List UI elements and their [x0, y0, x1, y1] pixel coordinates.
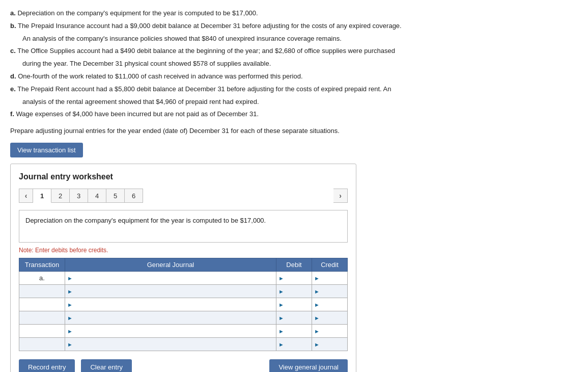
gj-cell-5[interactable]: ► — [65, 325, 276, 338]
credit-arrow-2: ► — [314, 288, 320, 295]
table-row: ► ► ► — [19, 338, 348, 351]
credit-input-4[interactable] — [321, 314, 345, 322]
debit-cell-2[interactable]: ► — [276, 285, 312, 298]
credit-input-1[interactable] — [321, 274, 345, 282]
col-debit: Debit — [276, 258, 312, 272]
table-row: ► ► ► — [19, 325, 348, 338]
problem-a-label: a. — [10, 9, 16, 17]
gj-cell-3[interactable]: ► — [65, 298, 276, 311]
debit-input-2[interactable] — [285, 287, 310, 295]
credit-arrow-4: ► — [314, 315, 320, 321]
description-box: Depreciation on the company's equipment … — [19, 210, 348, 243]
gj-input-3[interactable] — [74, 301, 274, 308]
arrow-indicator-2: ► — [67, 288, 73, 295]
prepare-text: Prepare adjusting journal entries for th… — [10, 127, 578, 135]
credit-input-2[interactable] — [321, 287, 345, 295]
problem-d-text: One-fourth of the work related to $11,00… — [18, 72, 302, 80]
worksheet-title: Journal entry worksheet — [19, 172, 348, 181]
debit-arrow-2: ► — [278, 288, 284, 295]
table-row: a. ► ► ► — [19, 272, 348, 285]
credit-input-3[interactable] — [321, 301, 345, 308]
tab-1[interactable]: 1 — [33, 189, 51, 203]
problem-f-label: f. — [10, 110, 14, 118]
clear-entry-button[interactable]: Clear entry — [81, 359, 132, 372]
view-general-journal-button[interactable]: View general journal — [269, 359, 348, 372]
gj-input-4[interactable] — [74, 314, 274, 322]
credit-input-5[interactable] — [321, 327, 345, 335]
tab-5[interactable]: 5 — [106, 189, 125, 203]
transaction-cell-3 — [19, 298, 65, 311]
debit-input-6[interactable] — [285, 340, 310, 348]
tab-3[interactable]: 3 — [70, 189, 88, 203]
debit-cell-6[interactable]: ► — [276, 338, 312, 351]
debit-cell-5[interactable]: ► — [276, 325, 312, 338]
credit-arrow-3: ► — [314, 302, 320, 308]
description-text: Depreciation on the company's equipment … — [25, 217, 266, 224]
tab-6[interactable]: 6 — [125, 189, 143, 203]
tab-next-arrow[interactable]: › — [333, 189, 348, 203]
tab-prev-arrow[interactable]: ‹ — [19, 189, 33, 203]
problem-text: a. Depreciation on the company's equipme… — [10, 8, 578, 120]
debit-arrow-4: ► — [278, 315, 284, 321]
credit-cell-5[interactable]: ► — [312, 325, 348, 338]
problem-b-label: b. — [10, 22, 16, 30]
debit-input-1[interactable] — [285, 274, 310, 282]
worksheet-container: Journal entry worksheet ‹ 1 2 3 4 5 6 › … — [10, 164, 356, 372]
debit-arrow-5: ► — [278, 328, 284, 334]
tab-navigation: ‹ 1 2 3 4 5 6 › — [19, 189, 348, 203]
gj-cell-2[interactable]: ► — [65, 285, 276, 298]
note-text: Note: Enter debits before credits. — [19, 247, 348, 254]
debit-arrow-6: ► — [278, 341, 284, 348]
problem-e-text2: analysis of the rental agreement showed … — [22, 98, 259, 105]
problem-e-label: e. — [10, 85, 16, 93]
transaction-cell-2 — [19, 285, 65, 298]
credit-cell-4[interactable]: ► — [312, 311, 348, 325]
problem-a-text: Depreciation on the company's equipment … — [17, 9, 258, 17]
debit-input-4[interactable] — [285, 314, 310, 322]
debit-input-5[interactable] — [285, 327, 310, 335]
arrow-indicator-4: ► — [67, 315, 73, 321]
credit-arrow-6: ► — [314, 341, 320, 348]
arrow-indicator-3: ► — [67, 302, 73, 308]
problem-b-text: The Prepaid Insurance account had a $9,0… — [18, 22, 402, 30]
problem-d-label: d. — [10, 72, 16, 80]
debit-cell-1[interactable]: ► — [276, 272, 312, 285]
gj-input-6[interactable] — [74, 340, 274, 348]
arrow-indicator-1: ► — [67, 275, 73, 281]
gj-input-1[interactable] — [74, 274, 274, 282]
credit-cell-2[interactable]: ► — [312, 285, 348, 298]
credit-cell-3[interactable]: ► — [312, 298, 348, 311]
debit-cell-4[interactable]: ► — [276, 311, 312, 325]
col-transaction: Transaction — [19, 258, 65, 272]
record-entry-button[interactable]: Record entry — [19, 359, 75, 372]
debit-cell-3[interactable]: ► — [276, 298, 312, 311]
credit-cell-1[interactable]: ► — [312, 272, 348, 285]
transaction-cell-6 — [19, 338, 65, 351]
table-row: ► ► ► — [19, 311, 348, 325]
journal-table: Transaction General Journal Debit Credit… — [19, 258, 348, 351]
debit-input-3[interactable] — [285, 301, 310, 308]
tab-2[interactable]: 2 — [51, 189, 70, 203]
gj-input-5[interactable] — [74, 327, 274, 335]
view-transaction-button[interactable]: View transaction list — [10, 143, 83, 157]
table-row: ► ► ► — [19, 298, 348, 311]
problem-e-text: The Prepaid Rent account had a $5,800 de… — [17, 85, 391, 93]
gj-input-2[interactable] — [74, 287, 274, 295]
problem-c-text: The Office Supplies account had a $490 d… — [17, 47, 395, 55]
credit-input-6[interactable] — [321, 340, 345, 348]
problem-c-text2: during the year. The December 31 physica… — [22, 60, 271, 67]
col-general-journal: General Journal — [65, 258, 276, 272]
credit-cell-6[interactable]: ► — [312, 338, 348, 351]
transaction-cell-5 — [19, 325, 65, 338]
arrow-indicator-6: ► — [67, 341, 73, 348]
gj-cell-6[interactable]: ► — [65, 338, 276, 351]
button-row: Record entry Clear entry View general jo… — [19, 359, 348, 372]
gj-cell-1[interactable]: ► — [65, 272, 276, 285]
table-row: ► ► ► — [19, 285, 348, 298]
tab-4[interactable]: 4 — [88, 189, 106, 203]
transaction-cell-4 — [19, 311, 65, 325]
credit-arrow-1: ► — [314, 275, 320, 281]
problem-b-text2: An analysis of the company's insurance p… — [22, 35, 342, 42]
gj-cell-4[interactable]: ► — [65, 311, 276, 325]
col-credit: Credit — [312, 258, 348, 272]
